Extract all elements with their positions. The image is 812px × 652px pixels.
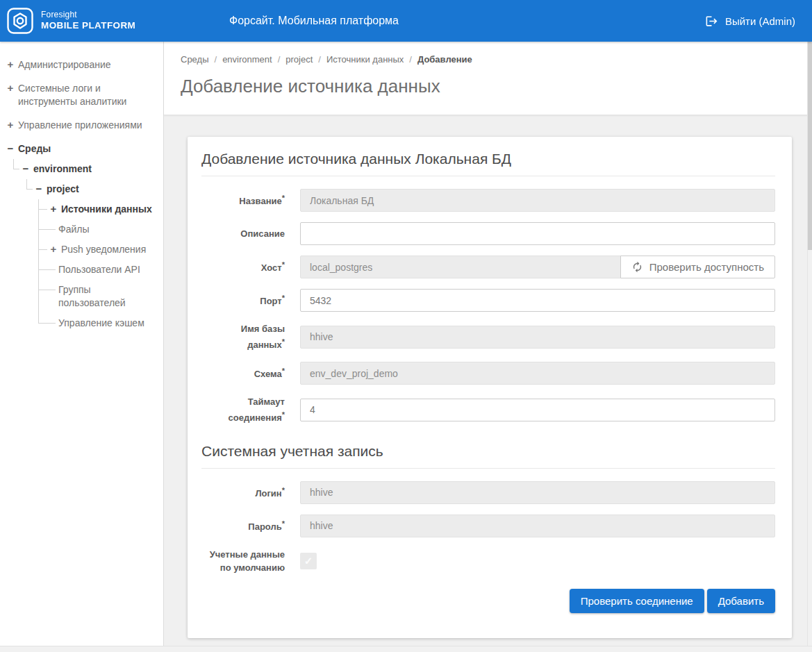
sidebar-item-label: Администрирование	[18, 58, 111, 72]
sidebar-item-label: environment	[33, 162, 92, 176]
plus-icon: +	[6, 82, 15, 94]
sidebar-item-push-notifications[interactable]: + Push уведомления	[0, 240, 163, 260]
required-mark: *	[282, 410, 285, 419]
field-row-password: Пароль*	[201, 515, 775, 537]
add-data-source-form: Добавление источника данных Локальная БД…	[188, 137, 792, 638]
field-row-port: Порт*	[201, 289, 775, 312]
plus-icon: +	[6, 58, 15, 71]
vertical-scrollbar-thumb[interactable]	[808, 42, 812, 250]
foresight-logo-icon	[7, 8, 33, 34]
sidebar-item-label: Источники данных	[61, 203, 152, 216]
minus-icon: −	[21, 162, 31, 175]
breadcrumb: Среды / environment / project / Источник…	[181, 54, 795, 65]
required-mark: *	[282, 294, 285, 302]
host-label: Хост*	[201, 259, 285, 275]
plus-icon: +	[49, 203, 58, 215]
sidebar-item-label: Управление кэшем	[58, 317, 144, 330]
check-availability-button[interactable]: Проверить доступность	[620, 256, 775, 278]
page-title: Добавление источника данных	[181, 76, 795, 97]
required-mark: *	[282, 367, 285, 375]
page-header: Среды / environment / project / Источник…	[164, 42, 812, 115]
sidebar-item-project[interactable]: − project	[0, 179, 163, 199]
required-mark: *	[282, 337, 285, 346]
port-label: Порт*	[201, 292, 285, 308]
field-row-connection-timeout: Таймаут соединения*	[201, 395, 775, 424]
required-mark: *	[282, 519, 285, 528]
breadcrumb-item-data-sources[interactable]: Источники данных	[326, 54, 404, 65]
sidebar-item-data-sources[interactable]: + Источники данных	[0, 199, 163, 219]
database-name-label: Имя базы данных*	[201, 322, 285, 351]
main-content: Среды / environment / project / Источник…	[164, 42, 812, 652]
breadcrumb-separator: /	[278, 54, 281, 65]
breadcrumb-item-project[interactable]: project	[285, 54, 313, 65]
minus-icon: −	[34, 183, 44, 195]
sidebar-item-label: Системные логи и инструменты аналитики	[18, 82, 158, 108]
sidebar-item-user-groups[interactable]: Группы пользователей	[0, 280, 163, 313]
navigation-tree: + Администрирование + Системные логи и и…	[0, 55, 163, 333]
schema-input	[300, 362, 775, 385]
connection-timeout-label: Таймаут соединения*	[201, 395, 285, 424]
plus-icon: +	[6, 119, 15, 131]
sidebar-item-cache-management[interactable]: Управление кэшем	[0, 313, 163, 333]
sidebar-item-label: project	[47, 183, 79, 196]
breadcrumb-item-current: Добавление	[417, 54, 472, 65]
sidebar-item-files[interactable]: Файлы	[0, 219, 163, 240]
brand-line2: MOBILE PLATFORM	[41, 20, 135, 32]
name-input	[300, 189, 775, 212]
sidebar-item-app-management[interactable]: + Управление приложениями	[0, 115, 163, 135]
sidebar-item-label: Управление приложениями	[18, 119, 142, 132]
field-row-description: Описание	[201, 222, 775, 245]
field-row-schema: Схема*	[201, 362, 775, 385]
required-mark: *	[282, 486, 285, 494]
sidebar-item-administration[interactable]: + Администрирование	[0, 55, 163, 75]
port-input[interactable]	[300, 289, 775, 312]
breadcrumb-item-environments[interactable]: Среды	[181, 54, 209, 65]
field-row-name: Название*	[201, 189, 775, 212]
check-connection-button[interactable]: Проверить соединение	[570, 589, 704, 613]
logout-button[interactable]: Выйти (Admin)	[702, 10, 798, 32]
content-body: Добавление источника данных Локальная БД…	[164, 115, 812, 652]
plus-icon: +	[49, 243, 58, 256]
refresh-icon	[631, 261, 643, 273]
horizontal-scrollbar[interactable]	[0, 646, 812, 652]
default-credentials-label: Учетные данные по умолчанию	[201, 548, 285, 575]
sidebar-item-environments[interactable]: − Среды	[0, 139, 163, 159]
description-input[interactable]	[300, 222, 775, 245]
minus-icon: −	[6, 142, 15, 155]
sidebar-item-label: Среды	[18, 142, 51, 156]
form-actions: Проверить соединение Добавить	[201, 589, 775, 613]
brand-text: Foresight MOBILE PLATFORM	[41, 10, 135, 32]
system-account-section-title: Системная учетная запись	[201, 443, 775, 469]
field-row-login: Логин*	[201, 481, 775, 504]
app-header: Foresight MOBILE PLATFORM Форсайт. Мобил…	[0, 0, 812, 42]
host-input	[300, 256, 621, 278]
add-button[interactable]: Добавить	[707, 589, 775, 613]
breadcrumb-separator: /	[409, 54, 412, 65]
sidebar-item-api-users[interactable]: Пользователи API	[0, 260, 163, 280]
default-credentials-checkbox: ✓	[300, 553, 317, 569]
description-label: Описание	[201, 227, 285, 241]
brand-line1: Foresight	[41, 10, 135, 20]
form-title: Добавление источника данных Локальная БД	[201, 151, 775, 176]
logout-icon	[705, 15, 718, 28]
connection-timeout-input[interactable]	[300, 399, 775, 421]
sidebar-item-environment[interactable]: − environment	[0, 159, 163, 179]
password-input	[300, 515, 775, 537]
breadcrumb-separator: /	[215, 54, 217, 65]
field-row-default-credentials: Учетные данные по умолчанию ✓	[201, 548, 775, 575]
brand: Foresight MOBILE PLATFORM	[7, 8, 135, 34]
check-availability-label: Проверить доступность	[649, 261, 764, 273]
database-name-input	[300, 326, 775, 349]
login-label: Логин*	[201, 485, 285, 501]
sidebar-item-label: Файлы	[58, 223, 89, 236]
breadcrumb-item-environment[interactable]: environment	[222, 54, 272, 65]
required-mark: *	[282, 194, 285, 202]
sidebar-item-label: Группы пользователей	[58, 283, 158, 310]
vertical-scrollbar[interactable]	[807, 42, 812, 646]
password-label: Пароль*	[201, 518, 285, 534]
sidebar: + Администрирование + Системные логи и и…	[0, 42, 164, 652]
login-input	[300, 481, 775, 504]
sidebar-item-system-logs[interactable]: + Системные логи и инструменты аналитики	[0, 78, 163, 112]
field-row-database-name: Имя базы данных*	[201, 322, 775, 351]
name-label: Название*	[201, 192, 285, 208]
